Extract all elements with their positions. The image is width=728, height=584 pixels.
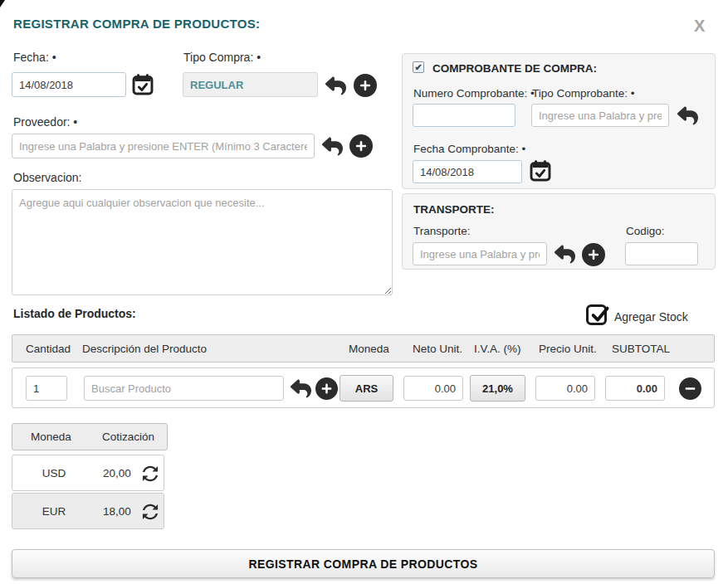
remove-row-icon[interactable] [679,377,701,400]
page-title: REGISTRAR COMPRA DE PRODUCTOS: [13,17,260,31]
cotizaciones-header: Moneda Cotización [12,423,168,450]
agregar-stock-checkbox[interactable] [586,304,607,325]
registrar-compra-button[interactable]: REGISTRAR COMPRA DE PRODUCTOS [12,549,715,578]
transporte-input[interactable] [413,242,547,265]
cotizacion-row-usd: USD 20,00 [12,455,164,491]
calendar-check-icon[interactable] [529,159,552,182]
add-icon[interactable] [315,377,338,400]
calendar-check-icon[interactable] [131,73,154,96]
cantidad-input[interactable] [26,376,67,401]
undo-icon[interactable] [321,136,344,157]
agregar-stock-label: Agregar Stock [614,310,688,324]
undo-icon[interactable] [554,244,576,265]
col-moneda: Moneda [12,431,90,443]
codigo-label: Codigo: [626,225,665,237]
fecha-input[interactable] [12,72,126,97]
check-icon [588,303,612,327]
undo-icon[interactable] [325,75,347,96]
subtotal-input[interactable] [605,376,665,401]
comprobante-checkbox[interactable]: ✔ [413,61,424,73]
buscar-producto-input[interactable] [84,376,284,401]
add-icon[interactable] [582,243,605,266]
tipo-comprobante-input[interactable] [531,104,669,127]
close-button[interactable]: X [694,17,705,34]
col-subtotal: SUBTOTAL [612,343,670,355]
col-cantidad: Cantidad [26,343,71,355]
fecha-comprobante-input[interactable] [413,160,522,183]
fecha-comprobante-label: Fecha Comprobante: • [413,143,525,155]
col-neto: Neto Unit. [413,343,462,355]
precio-unit-input[interactable] [535,376,595,401]
numero-comprobante-label: Numero Comprobante: • [413,87,535,100]
codigo-input[interactable] [625,242,698,265]
transporte-title: TRANSPORTE: [413,203,495,216]
tipo-compra-label: Tipo Compra: • [183,51,261,64]
add-icon[interactable] [349,134,373,158]
col-iva: I.V.A. (%) [474,343,521,355]
refresh-rate-icon[interactable] [139,500,162,523]
productos-table-header: Cantidad Descripción del Producto Moneda… [12,334,715,363]
producto-row: ARS 21,0% [12,367,715,408]
col-descripcion: Descripción del Producto [82,343,207,355]
refresh-rate-icon[interactable] [139,462,162,485]
col-moneda: Moneda [349,343,389,355]
tipo-compra-input[interactable] [183,72,318,97]
cotizacion-row-eur: EUR 18,00 [12,493,164,529]
col-cotizacion: Cotización [90,431,167,443]
comprobante-panel: ✔ COMPROBANTE DE COMPRA: Numero Comproba… [402,53,716,189]
observacion-textarea[interactable] [12,189,393,295]
transporte-label: Transporte: [413,225,471,237]
moneda-value: USD [29,467,79,479]
moneda-value: EUR [29,505,79,518]
numero-comprobante-input[interactable] [413,104,515,127]
comprobante-title: COMPROBANTE DE COMPRA: [432,62,597,75]
neto-unit-input[interactable] [403,376,463,401]
tipo-comprobante-label: Tipo Comprobante: • [532,87,635,100]
undo-icon[interactable] [677,105,699,126]
undo-icon[interactable] [290,378,312,399]
col-precio: Precio Unit. [539,343,597,355]
proveedor-input[interactable] [12,134,315,158]
transporte-panel: TRANSPORTE: Transporte: Codigo: [402,193,716,270]
iva-button[interactable]: 21,0% [470,375,525,402]
observacion-label: Observacion: [13,171,81,184]
proveedor-label: Proveedor: • [13,115,77,129]
productos-title: Listado de Productos: [13,307,136,320]
add-icon[interactable] [354,74,377,97]
fecha-label: Fecha: • [13,51,56,64]
purchase-dialog: REGISTRAR COMPRA DE PRODUCTOS: X Fecha: … [0,0,728,584]
moneda-button[interactable]: ARS [340,375,393,402]
screen-corner-artifact [0,0,5,7]
